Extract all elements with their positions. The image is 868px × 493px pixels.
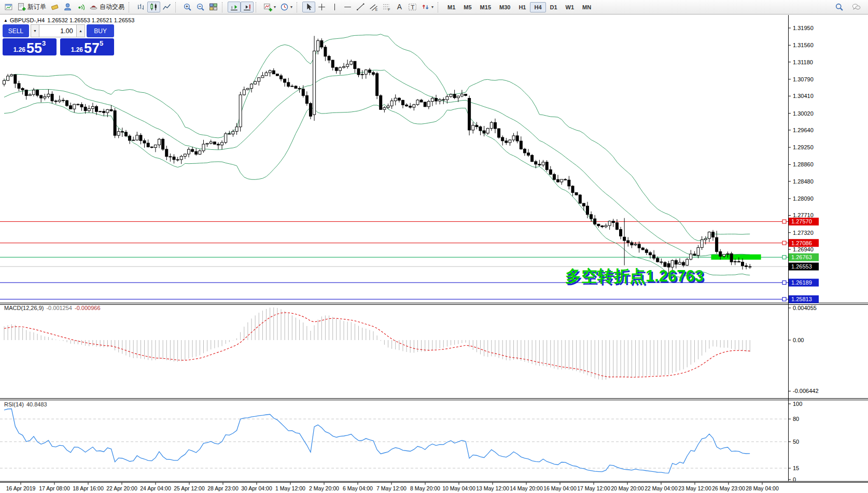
- line-chart-button[interactable]: [160, 2, 173, 12]
- candle-body: [317, 40, 319, 51]
- candle-body: [442, 100, 445, 100]
- period-clock-button[interactable]: ▾: [278, 2, 295, 12]
- candle-body: [169, 157, 172, 157]
- hline-handle[interactable]: [782, 281, 786, 285]
- hline-handle[interactable]: [782, 241, 786, 245]
- macd-indicator-label: MACD(12,26,9)-0.001254-0.000966: [4, 305, 101, 311]
- fibonacci-button[interactable]: [380, 2, 393, 12]
- dropdown-caret-icon[interactable]: ▾: [274, 5, 276, 9]
- zoom-in-button[interactable]: [181, 2, 194, 12]
- candle-body: [114, 110, 116, 135]
- candle-body: [708, 232, 710, 239]
- chart-canvas[interactable]: 多空转折点1.26763多空转折点1.267631.319501.315601.…: [0, 0, 868, 493]
- time-axis-label: 16 May 04:00: [543, 485, 577, 491]
- candle-body: [413, 105, 415, 107]
- vertical-line-button[interactable]: [328, 2, 341, 12]
- highlight-rectangle[interactable]: [711, 255, 761, 260]
- candle-body: [420, 100, 423, 102]
- candle-body: [103, 111, 105, 113]
- price-badge-label: 1.26553: [791, 263, 812, 270]
- text-button[interactable]: [393, 2, 406, 12]
- candle-body: [147, 143, 149, 147]
- tile-windows-button[interactable]: [207, 2, 220, 12]
- candle-body: [601, 226, 604, 227]
- timeframe-h1-button[interactable]: H1: [514, 2, 530, 12]
- candle-body: [586, 206, 589, 214]
- text-label-button[interactable]: [406, 2, 419, 12]
- indicators-button[interactable]: ▾: [261, 2, 278, 12]
- candle-body: [162, 139, 164, 149]
- timeframe-h4-button[interactable]: H4: [530, 2, 545, 12]
- candle-body: [217, 144, 219, 145]
- timeframe-m15-button[interactable]: M15: [476, 2, 495, 12]
- buy-button[interactable]: BUY: [87, 24, 114, 37]
- auto-scroll-button[interactable]: [228, 2, 241, 12]
- timeframe-m5-button[interactable]: M5: [459, 2, 475, 12]
- arrows-button[interactable]: ▾: [419, 2, 436, 12]
- timeframe-mn-button[interactable]: MN: [578, 2, 595, 12]
- candle-body: [143, 140, 146, 143]
- zoom-out-button[interactable]: [194, 2, 207, 12]
- candle-body: [416, 100, 419, 105]
- search-button[interactable]: [833, 2, 846, 12]
- signal-button[interactable]: [74, 2, 87, 12]
- candle-body: [719, 251, 722, 256]
- new-order-button[interactable]: 新订单: [15, 2, 48, 12]
- candle-body: [365, 70, 367, 74]
- candlestick-chart-icon: [149, 3, 158, 11]
- eraser-button[interactable]: [48, 2, 61, 12]
- dropdown-caret-icon[interactable]: ▾: [431, 5, 433, 9]
- candle-body: [568, 180, 570, 186]
- market-watch-button[interactable]: [61, 2, 74, 12]
- time-axis-label: 22 May 04:00: [645, 485, 678, 491]
- horizontal-line-button[interactable]: [341, 2, 354, 12]
- price-axis-label: 1.27320: [793, 230, 814, 236]
- toolbar-separator: [438, 2, 441, 12]
- candle-body: [704, 238, 707, 240]
- annotation-text[interactable]: 多空转折点1.26763: [565, 267, 704, 285]
- candle-body: [58, 100, 61, 102]
- sell-price-button[interactable]: 1.26 55 3: [3, 38, 57, 55]
- candle-body: [664, 262, 666, 266]
- chat-button[interactable]: [850, 2, 863, 12]
- hline-handle[interactable]: [782, 220, 786, 223]
- timeframe-d1-button[interactable]: D1: [546, 2, 562, 12]
- sell-button[interactable]: SELL: [3, 24, 29, 37]
- candle-body: [158, 139, 161, 145]
- volume-increase-button[interactable]: ▲: [76, 24, 86, 37]
- chart-window-button[interactable]: [2, 2, 15, 12]
- crosshair-button[interactable]: [315, 2, 328, 12]
- candle-body: [701, 240, 703, 248]
- candle-body: [734, 261, 736, 262]
- volume-decrease-button[interactable]: ▼: [31, 24, 40, 37]
- candlestick-chart-button[interactable]: [147, 2, 160, 12]
- timeframe-m1-button[interactable]: M1: [443, 2, 459, 12]
- candle-body: [542, 162, 544, 165]
- timeframe-w1-button[interactable]: W1: [562, 2, 579, 12]
- buy-price-button[interactable]: 1.26 57 5: [60, 38, 114, 55]
- equidistant-channel-button[interactable]: [367, 2, 380, 12]
- collapse-arrow-icon[interactable]: ▲: [4, 18, 8, 23]
- hline-handle[interactable]: [782, 256, 786, 259]
- candle-body: [346, 64, 349, 66]
- price-badge-label: 1.26189: [791, 279, 812, 286]
- candle-body: [486, 129, 489, 133]
- volume-input[interactable]: 1.00: [39, 24, 76, 37]
- rsi-name: RSI(14): [4, 401, 24, 407]
- auto-trading-button[interactable]: 自动交易: [87, 2, 127, 12]
- hline-handle[interactable]: [782, 298, 786, 301]
- bar-chart-button[interactable]: [134, 2, 147, 12]
- chart-shift-button[interactable]: [241, 2, 254, 12]
- dropdown-caret-icon[interactable]: ▾: [290, 5, 292, 9]
- time-axis-label: 17 Apr 08:00: [39, 485, 70, 491]
- toolbar-separator: [175, 2, 179, 12]
- candle-body: [209, 142, 212, 144]
- candle-body: [690, 254, 692, 259]
- macd-axis-label: 0.00: [793, 337, 804, 343]
- timeframe-m30-button[interactable]: M30: [495, 2, 514, 12]
- time-axis-label: 30 Apr 04:00: [241, 485, 272, 491]
- cursor-button[interactable]: [302, 2, 315, 12]
- vertical-line-icon: [330, 3, 339, 11]
- trendline-button[interactable]: [354, 2, 367, 12]
- candle-body: [693, 254, 696, 256]
